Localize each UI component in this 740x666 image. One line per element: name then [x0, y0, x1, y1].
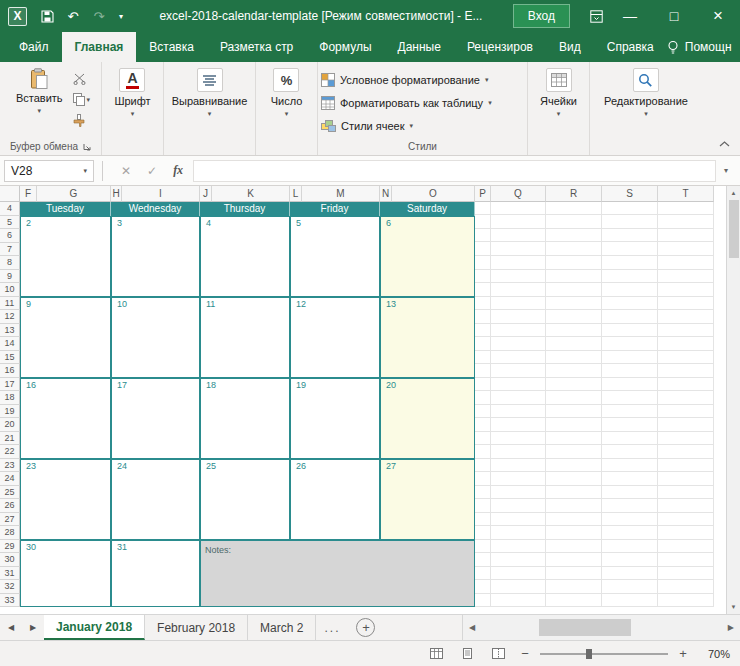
sheet-nav-right-button[interactable]: ▶	[22, 615, 44, 640]
calendar-cell[interactable]: 10	[111, 297, 200, 378]
ribbon-tab-3[interactable]: Вставка	[136, 32, 207, 62]
normal-view-button[interactable]	[424, 644, 448, 664]
cut-button[interactable]	[73, 70, 91, 87]
row-header-14[interactable]: 14	[0, 337, 20, 351]
column-header-L[interactable]: L	[290, 186, 302, 202]
row-header-4[interactable]: 4	[0, 202, 20, 216]
undo-button[interactable]: ↶	[61, 3, 85, 29]
scroll-up-icon[interactable]: ▲	[731, 186, 737, 200]
ribbon-tab-5[interactable]: Формулы	[306, 32, 384, 62]
sheet-nav-left-button[interactable]: ◀	[0, 615, 22, 640]
cell-styles-button[interactable]: Стили ячеек ▾	[321, 115, 413, 136]
excel-app-icon[interactable]: X	[8, 7, 27, 26]
calendar-cell[interactable]: 20	[380, 378, 475, 459]
calendar-cell[interactable]: 12	[290, 297, 380, 378]
cells-grid[interactable]: TuesdayWednesdayThursdayFridaySaturday23…	[20, 202, 714, 607]
row-header-22[interactable]: 22	[0, 445, 20, 459]
row-header-21[interactable]: 21	[0, 432, 20, 446]
calendar-cell[interactable]: 5	[290, 216, 380, 297]
sheet-tab-2[interactable]: February 2018	[145, 615, 248, 640]
row-header-15[interactable]: 15	[0, 351, 20, 365]
paste-button[interactable]: Вставить ▾	[11, 65, 68, 138]
ribbon-tab-7[interactable]: Рецензиров	[454, 32, 546, 62]
row-header-9[interactable]: 9	[0, 270, 20, 284]
calendar-cell[interactable]: 31	[111, 540, 200, 608]
qat-customize-button[interactable]: ▾	[113, 3, 129, 29]
zoom-slider[interactable]	[540, 653, 668, 655]
scroll-left-icon[interactable]: ◀	[463, 623, 481, 632]
page-break-view-button[interactable]	[486, 644, 510, 664]
sheet-tabs-overflow[interactable]: ...	[316, 615, 348, 640]
row-header-11[interactable]: 11	[0, 297, 20, 311]
row-header-31[interactable]: 31	[0, 567, 20, 581]
column-header-R[interactable]: R	[546, 186, 602, 202]
row-header-28[interactable]: 28	[0, 526, 20, 540]
ribbon-tab-8[interactable]: Вид	[546, 32, 594, 62]
column-header-F[interactable]: F	[20, 186, 37, 202]
column-header-O[interactable]: O	[392, 186, 475, 202]
editing-button[interactable]: Редактирование ▾	[599, 65, 693, 138]
row-header-23[interactable]: 23	[0, 459, 20, 473]
ribbon-tab-2[interactable]: Главная	[62, 32, 137, 62]
row-header-13[interactable]: 13	[0, 324, 20, 338]
copy-button[interactable]: ▾	[73, 91, 91, 108]
sign-in-button[interactable]: Вход	[513, 4, 570, 28]
column-header-N[interactable]: N	[380, 186, 392, 202]
calendar-cell[interactable]: 27	[380, 459, 475, 540]
zoom-in-button[interactable]: +	[675, 646, 691, 661]
zoom-out-button[interactable]: −	[517, 646, 533, 661]
calendar-cell[interactable]: 6	[380, 216, 475, 297]
calendar-cell[interactable]: 24	[111, 459, 200, 540]
formula-bar-expand-button[interactable]: ▾	[716, 166, 736, 175]
row-header-8[interactable]: 8	[0, 256, 20, 270]
row-header-17[interactable]: 17	[0, 378, 20, 392]
calendar-cell[interactable]: 26	[290, 459, 380, 540]
row-header-19[interactable]: 19	[0, 405, 20, 419]
column-header-Q[interactable]: Q	[491, 186, 546, 202]
cancel-formula-button[interactable]: ✕	[121, 164, 131, 178]
calendar-notes-area[interactable]: Notes:	[200, 540, 475, 608]
save-button[interactable]	[35, 3, 59, 29]
calendar-cell[interactable]: 11	[200, 297, 290, 378]
conditional-formatting-button[interactable]: Условное форматирование ▾	[321, 69, 488, 90]
column-header-T[interactable]: T	[658, 186, 714, 202]
column-header-K[interactable]: K	[212, 186, 290, 202]
row-header-16[interactable]: 16	[0, 364, 20, 378]
calendar-cell[interactable]: 23	[20, 459, 111, 540]
vertical-scroll-thumb[interactable]	[729, 200, 739, 258]
sheet-tab-3[interactable]: March 2	[248, 615, 316, 640]
minimize-button[interactable]: —	[608, 0, 652, 32]
calendar-cell[interactable]: 2	[20, 216, 111, 297]
formula-input[interactable]	[193, 160, 716, 182]
alignment-button[interactable]: Выравнивание ▾	[167, 65, 253, 138]
maximize-button[interactable]: □	[652, 0, 696, 32]
column-header-P[interactable]: P	[475, 186, 491, 202]
column-header-M[interactable]: M	[302, 186, 380, 202]
zoom-slider-thumb[interactable]	[586, 649, 592, 659]
horizontal-scroll-thumb[interactable]	[539, 619, 631, 636]
row-header-10[interactable]: 10	[0, 283, 20, 297]
row-header-18[interactable]: 18	[0, 391, 20, 405]
scroll-down-icon[interactable]: ▼	[731, 600, 737, 614]
ribbon-tab-1[interactable]: Файл	[6, 32, 62, 62]
row-header-29[interactable]: 29	[0, 540, 20, 554]
calendar-cell[interactable]: 18	[200, 378, 290, 459]
add-sheet-button[interactable]: +	[356, 618, 375, 637]
row-header-20[interactable]: 20	[0, 418, 20, 432]
format-painter-button[interactable]	[73, 112, 91, 129]
sheet-tab-1[interactable]: January 2018	[44, 615, 145, 640]
row-header-27[interactable]: 27	[0, 513, 20, 527]
name-box[interactable]: V28 ▾	[4, 160, 94, 182]
calendar-cell[interactable]: 13	[380, 297, 475, 378]
number-button[interactable]: % Число ▾	[266, 65, 308, 138]
calendar-cell[interactable]: 30	[20, 540, 111, 608]
horizontal-scrollbar[interactable]: ◀ ▶	[462, 615, 740, 640]
enter-formula-button[interactable]: ✓	[147, 164, 157, 178]
calendar-cell[interactable]: 25	[200, 459, 290, 540]
column-header-G[interactable]: G	[37, 186, 111, 202]
row-header-25[interactable]: 25	[0, 486, 20, 500]
row-header-30[interactable]: 30	[0, 553, 20, 567]
calendar-cell[interactable]: 9	[20, 297, 111, 378]
row-header-26[interactable]: 26	[0, 499, 20, 513]
ribbon-tab-9[interactable]: Справка	[594, 32, 667, 62]
